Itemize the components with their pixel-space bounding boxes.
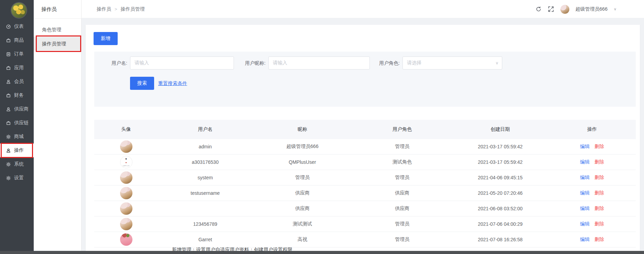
cell-created: 2021-03-17 05:59:42 [452,144,548,149]
sidebar-item-label: 系统 [14,161,24,167]
add-button[interactable]: 新增 [94,32,118,45]
sidebar-item-供应商[interactable]: 供应商 [0,102,34,116]
user-avatar: ✦QMPLUS [120,156,132,168]
role-label: 用户角色: [358,56,400,70]
cell-username: system [158,175,253,180]
delete-link[interactable]: 删除 [594,190,604,195]
delete-link[interactable]: 删除 [594,159,604,165]
cell-created: 2021-04-06 09:45:15 [452,175,548,180]
sidebar-item-系统[interactable]: 系统 [0,157,34,171]
cell-username: a303176530 [158,159,253,165]
top-header: 操作员 > 操作员管理 超级管理员666 ∨ [82,0,644,18]
cell-role: 测试角色 [352,159,452,165]
submenu-item-操作员管理[interactable]: 操作员管理 [34,37,82,51]
cell-role: 管理员 [352,174,452,181]
breadcrumb-separator-icon: > [115,7,117,12]
user-icon [6,79,11,84]
sidebar-item-应用[interactable]: 应用 [0,61,34,75]
sidebar-item-设置[interactable]: 设置 [0,171,34,185]
edit-link[interactable]: 编辑 [580,221,590,226]
bag-icon [6,120,11,126]
cell-created: 2021-05-20 07:20:46 [452,190,548,196]
user-avatar[interactable] [560,5,569,14]
table-header-row: 头像用户名昵称用户角色创建日期操作 [94,120,636,139]
submenu-divider [34,18,82,19]
user-avatar [120,218,132,230]
sidebar-item-商品[interactable]: 商品 [0,33,34,47]
cell-nickname: 超级管理员666 [253,144,352,150]
sidebar-item-label: 财务 [14,92,24,98]
sidebar-item-label: 仪表 [14,23,24,30]
nickname-label: 用户昵称: [224,56,266,70]
sidebar-item-label: 会员 [14,78,24,85]
user-avatar [120,202,132,215]
cell-nickname: 高祝 [253,236,352,243]
bag-icon [6,93,11,98]
search-button[interactable]: 搜索 [130,77,154,90]
sidebar-item-label: 设置 [14,175,24,181]
app-logo[interactable] [11,3,26,18]
cell-created: 2021-03-17 05:59:42 [452,159,548,165]
delete-link[interactable]: 删除 [594,174,604,180]
primary-sidebar: 仪表商品订单应用会员财务供应商供应链商城操作系统设置 [0,0,34,254]
cell-role: 供应商 [352,190,452,196]
sidebar-item-仪表[interactable]: 仪表 [0,20,34,33]
gear-icon [6,134,11,139]
edit-link[interactable]: 编辑 [580,205,590,211]
fullscreen-icon[interactable] [548,6,554,12]
delete-link[interactable]: 删除 [594,221,604,226]
edit-link[interactable]: 编辑 [580,144,590,149]
sidebar-item-label: 商城 [14,134,24,140]
cell-created: 2021-07-08 16:26:58 [452,237,548,242]
edit-link[interactable]: 编辑 [580,236,590,242]
table-row: testusername供应商供应商2021-05-20 07:20:46编辑删… [94,186,636,201]
cell-username: testusername [158,190,253,196]
bottom-edge-strip [0,251,644,254]
sidebar-item-供应链[interactable]: 供应链 [0,116,34,130]
cell-role: 管理员 [352,236,452,243]
delete-link[interactable]: 删除 [594,205,604,211]
edit-link[interactable]: 编辑 [580,190,590,195]
user-icon [6,107,11,112]
gear-icon [6,162,11,167]
submenu-item-角色管理[interactable]: 角色管理 [34,23,82,36]
username-placeholder: 请输入 [135,60,149,66]
username-label: 用户名: [86,56,127,70]
table-row: 供应商供应商2021-06-08 03:52:00编辑删除 [94,201,636,216]
edit-link[interactable]: 编辑 [580,159,590,165]
secondary-sidebar: 操作员 角色管理操作员管理 [34,0,82,251]
sidebar-item-label: 操作 [14,147,24,154]
cell-username: admin [158,144,253,149]
nickname-placeholder: 请输入 [273,60,287,66]
user-icon [6,148,11,153]
nickname-input[interactable]: 请输入 [268,56,370,70]
table-row: system管理员管理员2021-04-06 09:45:15编辑删除 [94,170,636,186]
username-input[interactable]: 请输入 [130,56,234,70]
sidebar-item-商城[interactable]: 商城 [0,130,34,144]
cell-nickname: 管理员 [253,174,352,181]
refresh-icon[interactable] [536,6,542,12]
edit-link[interactable]: 编辑 [580,174,590,180]
breadcrumb-item-first[interactable]: 操作员 [97,6,111,12]
user-avatar [120,233,132,246]
role-placeholder: 请选择 [407,60,421,66]
sidebar-item-订单[interactable]: 订单 [0,47,34,61]
column-header-操作: 操作 [548,126,636,133]
column-header-用户角色: 用户角色 [352,126,452,133]
user-name[interactable]: 超级管理员666 [576,6,608,12]
sidebar-item-财务[interactable]: 财务 [0,88,34,102]
reset-search-link[interactable]: 重置搜索条件 [158,77,187,90]
user-avatar [120,187,132,199]
delete-link[interactable]: 删除 [594,144,604,149]
role-select[interactable]: 请选择 ∨ [402,56,502,70]
sidebar-item-会员[interactable]: 会员 [0,75,34,88]
cell-nickname: QMPlusUser [253,159,352,165]
delete-link[interactable]: 删除 [594,236,604,242]
sidebar-item-操作[interactable]: 操作 [0,144,34,157]
bag-icon [6,65,11,71]
table-row: admin超级管理员666管理员2021-03-17 05:59:42编辑删除 [94,139,636,155]
cell-username: 123456789 [158,221,253,227]
chevron-down-icon[interactable]: ∨ [614,7,616,11]
cutoff-note: 新增管理：设置用户自适应用户资料；创建用户设置权限 [172,247,392,251]
gear-icon [6,176,11,181]
